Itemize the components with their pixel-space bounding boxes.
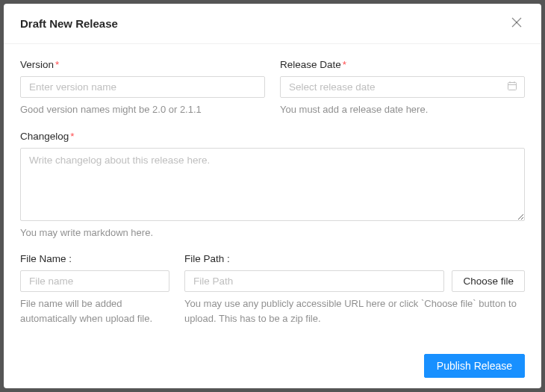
release-date-label-text: Release Date: [280, 59, 341, 70]
changelog-textarea[interactable]: [20, 148, 525, 221]
file-name-hint: File name will be added automatically wh…: [20, 296, 169, 326]
file-name-field: File Name : File name will be added auto…: [20, 253, 169, 326]
version-input[interactable]: [20, 76, 265, 98]
changelog-hint: You may write markdown here.: [20, 225, 525, 240]
modal-body: Version* Good version names might be 2.0…: [4, 44, 541, 346]
changelog-label-text: Changelog: [20, 131, 69, 142]
file-path-input[interactable]: [184, 270, 444, 292]
required-mark: *: [70, 131, 74, 142]
release-date-input[interactable]: Select release date: [280, 76, 525, 98]
required-mark: *: [343, 59, 346, 70]
changelog-field: Changelog* You may write markdown here.: [20, 131, 525, 240]
required-mark: *: [55, 59, 59, 70]
file-path-label: File Path :: [184, 253, 525, 264]
release-date-field: Release Date* Select release date: [280, 59, 525, 117]
modal-header: Draft New Release: [4, 4, 541, 44]
modal-footer: Publish Release: [4, 346, 541, 388]
release-date-hint: You must add a release date here.: [280, 102, 525, 117]
version-label: Version*: [20, 59, 265, 70]
release-date-placeholder: Select release date: [289, 81, 376, 93]
file-path-hint: You may use any publicly accessible URL …: [184, 296, 525, 326]
changelog-label: Changelog*: [20, 131, 525, 142]
publish-release-button[interactable]: Publish Release: [424, 354, 525, 378]
file-path-field: File Path : Choose file You may use any …: [184, 253, 525, 326]
file-name-input[interactable]: [20, 270, 169, 292]
choose-file-button[interactable]: Choose file: [452, 270, 525, 292]
file-name-label: File Name :: [20, 253, 169, 264]
version-field: Version* Good version names might be 2.0…: [20, 59, 265, 117]
draft-release-modal: Draft New Release Version* Good version …: [4, 4, 541, 388]
version-hint: Good version names might be 2.0 or 2.1.1: [20, 102, 265, 117]
modal-title: Draft New Release: [20, 17, 118, 30]
release-date-label: Release Date*: [280, 59, 525, 70]
close-icon[interactable]: [508, 14, 525, 33]
version-label-text: Version: [20, 59, 54, 70]
